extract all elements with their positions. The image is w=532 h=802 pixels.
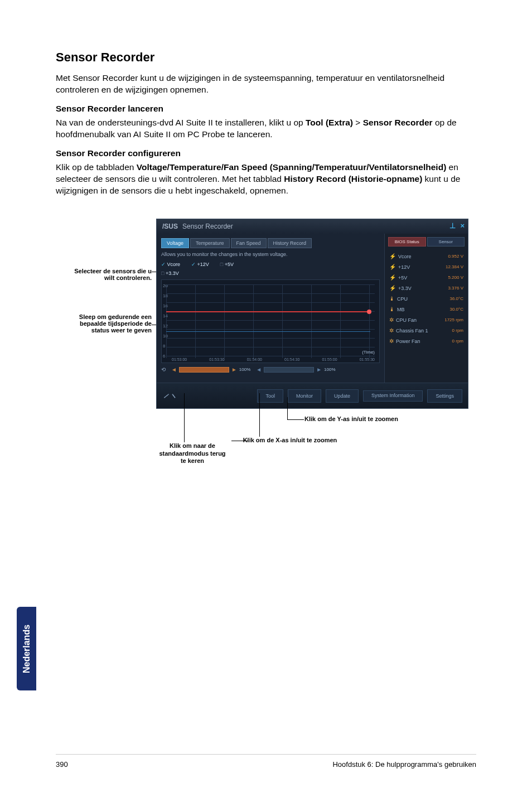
asus-brand: /SUS bbox=[162, 223, 178, 230]
text: > bbox=[353, 118, 363, 127]
status-row: ⚡+12V12.384 V bbox=[388, 262, 465, 272]
status-value: 5.200 V bbox=[448, 275, 463, 280]
status-name: +3.3V bbox=[398, 286, 412, 291]
fan-icon: ✲ bbox=[389, 317, 394, 323]
close-icon[interactable]: × bbox=[460, 221, 465, 230]
menu-settings[interactable]: Settings bbox=[427, 389, 462, 403]
x-tick: 01:54:30 bbox=[284, 357, 299, 361]
launch-paragraph: Na van de ondersteunings-dvd AI Suite II… bbox=[56, 117, 476, 141]
status-name: Power Fan bbox=[396, 339, 420, 344]
x-tick: 01:53:00 bbox=[172, 357, 187, 361]
text-bold: History Record (Historie-opname) bbox=[284, 174, 422, 183]
config-paragraph: Klik op de tabbladen Voltage/Temperature… bbox=[56, 162, 476, 197]
zoom-y-value: 100% bbox=[324, 367, 335, 372]
bolt-icon: ⚡ bbox=[389, 253, 396, 259]
tab-sensor[interactable]: Sensor bbox=[427, 237, 465, 247]
status-value: 0.952 V bbox=[448, 254, 463, 259]
tab-fan-speed[interactable]: Fan Speed bbox=[231, 238, 267, 248]
chart-series-12v bbox=[166, 311, 370, 312]
zoom-y-slider[interactable]: ◄ ► 100% bbox=[256, 366, 335, 373]
bolt-icon: ⚡ bbox=[389, 264, 396, 270]
bolt-icon: ⚡ bbox=[389, 285, 396, 291]
status-row: 🌡MB30.0°C bbox=[388, 304, 465, 315]
status-name: Chassis Fan 1 bbox=[396, 328, 428, 334]
text-bold: Voltage/Temperature/Fan Speed (Spanning/… bbox=[137, 162, 447, 172]
status-row: ⚡+5V5.200 V bbox=[388, 272, 465, 283]
zoom-x-value: 100% bbox=[239, 367, 250, 372]
asus-logo-icon: ⟋⟍ bbox=[162, 392, 177, 400]
x-tick: 01:54:00 bbox=[247, 357, 262, 361]
zoom-x-slider[interactable]: ◄ ► 100% bbox=[171, 366, 250, 373]
bolt-icon: ⚡ bbox=[389, 274, 396, 281]
sensor-checkbox-12v[interactable]: +12V bbox=[191, 262, 209, 267]
fan-icon: ✲ bbox=[389, 327, 394, 334]
callout-default-mode: Klik om naar de standaardmodus terug te … bbox=[159, 442, 225, 463]
sensor-chart[interactable]: 20 18 16 14 12 10 8 6 (Time) bbox=[161, 279, 380, 363]
axis-label-time: (Time) bbox=[362, 350, 375, 355]
status-value: 12.384 V bbox=[446, 264, 463, 269]
page-number: 390 bbox=[56, 760, 68, 769]
sensor-checkbox-5v[interactable]: +5V bbox=[220, 262, 234, 267]
status-row: ✲CPU Fan1725 rpm bbox=[388, 315, 465, 325]
zoom-out-icon[interactable]: ◄ bbox=[171, 366, 177, 373]
tab-voltage[interactable]: Voltage bbox=[161, 238, 189, 248]
status-value: 3.376 V bbox=[448, 286, 463, 291]
status-row: ⚡Vcore0.952 V bbox=[388, 251, 465, 262]
tab-history-record[interactable]: History Record bbox=[268, 238, 312, 248]
status-row: ✲Chassis Fan 10 rpm bbox=[388, 325, 465, 336]
text: Na van de ondersteunings-dvd AI Suite II… bbox=[56, 118, 306, 127]
status-value: 0 rpm bbox=[452, 339, 463, 344]
x-tick: 01:55:30 bbox=[360, 357, 375, 361]
tab-description: Allows you to monitor the changes in the… bbox=[161, 252, 380, 257]
zoom-reset-icon[interactable]: ⟲ bbox=[161, 366, 166, 373]
subhead-launch: Sensor Recorder lanceren bbox=[56, 104, 476, 114]
chapter-title: Hoofdstuk 6: De hulpprogramma's gebruike… bbox=[332, 760, 476, 769]
thermometer-icon: 🌡 bbox=[389, 296, 395, 302]
status-name: MB bbox=[397, 307, 405, 312]
status-row: ⚡+3.3V3.376 V bbox=[388, 283, 465, 293]
status-name: +12V bbox=[398, 264, 410, 270]
status-name: +5V bbox=[398, 275, 407, 281]
fan-icon: ✲ bbox=[389, 338, 394, 344]
zoom-in-icon[interactable]: ► bbox=[316, 366, 322, 373]
tab-bios-status[interactable]: BIOS Status bbox=[388, 237, 426, 247]
chart-series-vcore bbox=[166, 331, 370, 332]
status-panel: BIOS Status Sensor ⚡Vcore0.952 V ⚡+12V12… bbox=[384, 234, 468, 383]
menu-system-info[interactable]: System Information bbox=[363, 390, 423, 402]
callout-drag-period: Sleep om gedurende een bepaalde tijdsper… bbox=[79, 313, 152, 334]
tab-temperature[interactable]: Temperature bbox=[190, 238, 230, 248]
zoom-in-icon[interactable]: ► bbox=[231, 366, 237, 373]
sensor-checkbox-3v3[interactable]: +3.3V bbox=[161, 270, 179, 276]
subhead-config: Sensor Recorder configureren bbox=[56, 148, 476, 158]
callout-x-zoom: Klik om de X-as in/uit te zoomen bbox=[243, 437, 337, 443]
zoom-out-icon[interactable]: ◄ bbox=[256, 366, 262, 373]
status-value: 36.0°C bbox=[449, 296, 463, 301]
status-row: ✲Power Fan0 rpm bbox=[388, 336, 465, 346]
callout-select-sensors: Selecteer de sensors die u wilt controle… bbox=[74, 268, 152, 281]
status-row: 🌡CPU36.0°C bbox=[388, 293, 465, 304]
menu-update[interactable]: Update bbox=[326, 389, 359, 403]
status-name: CPU Fan bbox=[396, 317, 417, 323]
language-tab: Nederlands bbox=[17, 607, 36, 690]
sensor-recorder-window: /SUS Sensor Recorder ⊥ × Voltage Tempera… bbox=[156, 219, 468, 409]
text: Klik op de tabbladen bbox=[56, 162, 137, 172]
window-titlebar: /SUS Sensor Recorder ⊥ × bbox=[157, 219, 468, 234]
section-title: Sensor Recorder bbox=[56, 50, 476, 65]
menu-tool[interactable]: Tool bbox=[257, 389, 283, 403]
menu-monitor[interactable]: Monitor bbox=[288, 389, 321, 403]
x-tick: 01:53:30 bbox=[209, 357, 224, 361]
status-value: 1725 rpm bbox=[444, 317, 463, 322]
sensor-checkbox-vcore[interactable]: Vcore bbox=[161, 262, 180, 267]
x-tick: 01:55:00 bbox=[322, 357, 337, 361]
text-bold: Sensor Recorder bbox=[363, 118, 433, 127]
status-name: Vcore bbox=[398, 254, 412, 259]
status-name: CPU bbox=[397, 296, 408, 302]
minimize-icon[interactable]: ⊥ bbox=[449, 221, 456, 230]
window-title: Sensor Recorder bbox=[182, 223, 233, 230]
thermometer-icon: 🌡 bbox=[389, 306, 395, 312]
intro-paragraph: Met Sensor Recorder kunt u de wijziginge… bbox=[56, 73, 476, 96]
main-menu-bar: ⟋⟍ Tool Monitor Update System Informatio… bbox=[157, 383, 468, 408]
callout-y-zoom: Klik om de Y-as in/uit te zoomen bbox=[304, 416, 398, 422]
status-value: 30.0°C bbox=[449, 307, 463, 312]
status-value: 0 rpm bbox=[452, 328, 463, 333]
